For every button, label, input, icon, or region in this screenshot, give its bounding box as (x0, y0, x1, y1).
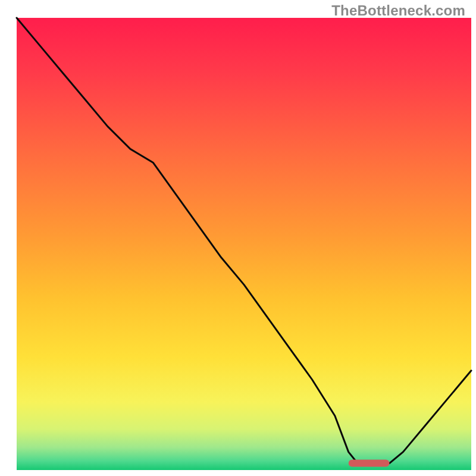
optimum-marker (349, 460, 390, 467)
chart-frame: TheBottleneck.com (0, 0, 476, 476)
plot-background (17, 18, 471, 470)
bottleneck-chart (0, 0, 476, 476)
